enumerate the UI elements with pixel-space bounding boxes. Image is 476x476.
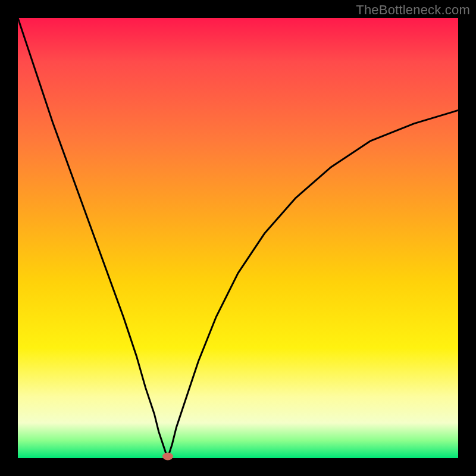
plot-area — [18, 18, 458, 458]
watermark-text: TheBottleneck.com — [356, 2, 470, 18]
chart-frame: TheBottleneck.com — [0, 0, 476, 476]
optimal-point-marker — [162, 453, 173, 461]
bottleneck-curve — [18, 18, 458, 458]
curve-svg — [18, 18, 458, 458]
